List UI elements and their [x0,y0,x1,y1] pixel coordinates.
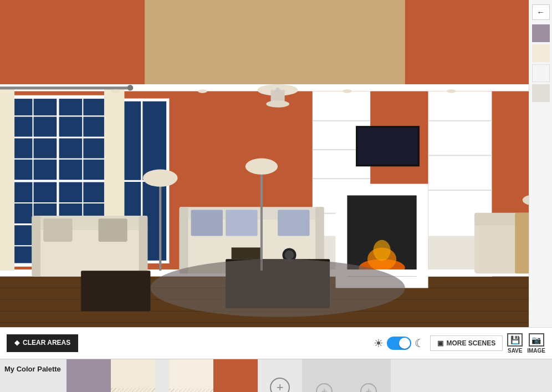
clear-areas-icon: ◆ [14,339,19,348]
svg-point-56 [343,89,352,93]
svg-point-20 [373,240,390,261]
svg-rect-81 [260,166,263,271]
day-night-toggle[interactable] [387,337,411,350]
color-chip-cream[interactable] [532,44,550,62]
moon-icon: ☾ [415,337,425,350]
swatch-item-2: SW 7008 Alabaster ▦ 🗑 [111,359,169,392]
svg-rect-60 [32,216,40,277]
svg-point-52 [266,100,289,108]
image-icon: 📷 [529,333,544,347]
room-container: ← [0,0,552,327]
palette-bar: My Color Palette COMPARE COLORS SW 7008 … [0,359,552,392]
image-button[interactable]: 📷 IMAGE [527,333,545,354]
svg-rect-70 [278,210,309,236]
svg-rect-22 [428,120,492,121]
more-scenes-label: MORE SCENES [447,339,496,347]
sun-icon: ☀ [374,337,384,350]
svg-rect-48 [0,86,133,89]
swatch-color-4[interactable] [213,359,258,392]
scenes-icon: ▣ [437,339,443,347]
placeholder-swatch-2: + [346,359,391,392]
save-button[interactable]: 💾 SAVE [507,333,523,354]
save-icon: 💾 [507,333,523,347]
svg-rect-62 [43,218,72,242]
svg-rect-68 [191,210,223,236]
svg-rect-24 [428,190,492,191]
clear-areas-label: CLEAR AREAS [23,339,70,348]
svg-point-80 [143,169,178,186]
clear-areas-button[interactable]: ◆ CLEAR AREAS [7,334,78,352]
svg-rect-74 [81,271,150,311]
svg-rect-27 [357,128,418,165]
palette-title: My Color Palette [4,365,62,374]
back-arrow-button[interactable]: ← [532,4,550,20]
svg-rect-79 [159,178,161,271]
save-label: SAVE [508,348,523,354]
image-label: IMAGE [527,348,545,354]
palette-swatch-area: SW 7008 Alabaster ▦ 🗑 + Ad [67,359,552,392]
svg-rect-69 [226,210,257,236]
swatch-item-3 [169,359,213,392]
svg-point-53 [275,88,280,92]
placeholder-plus-2: + [360,383,377,392]
svg-rect-66 [180,207,188,273]
svg-rect-23 [428,155,492,156]
svg-rect-46 [0,88,14,271]
swatch-color-1[interactable] [67,359,111,392]
add-color-button[interactable]: + Add a Color [258,359,302,392]
svg-point-57 [447,89,456,93]
svg-point-49 [127,85,133,90]
svg-point-82 [246,159,278,175]
bottom-toolbar: ◆ CLEAR AREAS ☀ ☾ ▣ MORE SCENES 💾 SAVE 📷… [0,327,552,359]
save-image-buttons: 💾 SAVE 📷 IMAGE [507,333,545,354]
placeholder-swatch-1: + [302,359,346,392]
color-chip-white[interactable] [532,64,550,82]
svg-point-54 [111,89,120,93]
toolbar-right: ☀ ☾ ▣ MORE SCENES [374,335,503,351]
right-panel: ← [529,0,552,327]
toggle-knob [399,338,410,349]
svg-rect-76 [232,247,260,259]
more-scenes-button[interactable]: ▣ MORE SCENES [430,335,503,351]
svg-point-78 [285,251,294,260]
color-chip-light-gray[interactable] [532,84,550,102]
svg-point-55 [198,89,207,93]
svg-rect-63 [98,218,127,242]
placeholder-plus-1: + [316,383,333,392]
swatch-color-2[interactable] [111,359,155,392]
svg-rect-11 [313,120,370,121]
light-toggle-area: ☀ ☾ [374,337,425,350]
svg-point-83 [150,259,405,317]
color-chip-gray[interactable] [532,24,550,42]
swatch-item-1 [67,359,111,392]
room-scene [0,0,552,327]
swatch-item-4 [213,359,258,392]
svg-rect-13 [313,178,370,179]
svg-rect-61 [139,216,148,277]
add-color-circle-icon: + [270,378,290,393]
palette-label-area: My Color Palette COMPARE COLORS [0,359,67,392]
swatch-color-3[interactable] [169,359,213,392]
